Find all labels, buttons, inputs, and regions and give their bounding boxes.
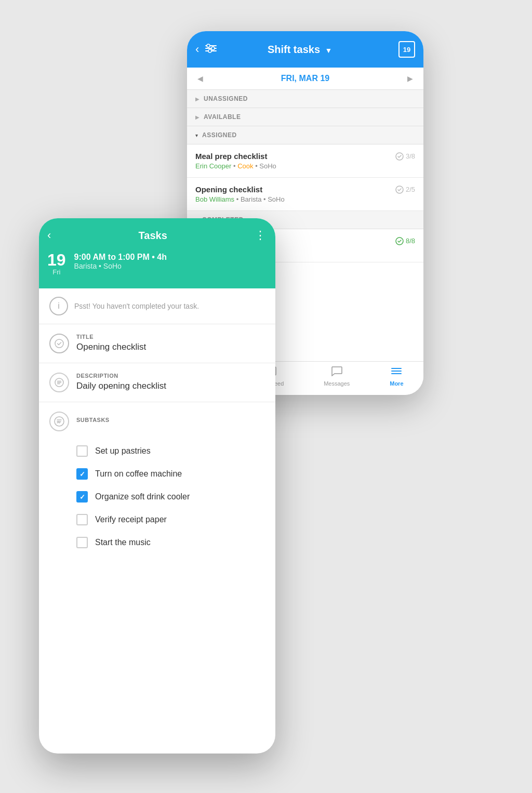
svg-point-21 (55, 339, 63, 348)
subtask-text-3: Organize soft drink cooler (95, 492, 190, 501)
assigned-label: ASSIGNED (202, 131, 237, 139)
available-label: AVAILABLE (204, 113, 241, 121)
subtask-checkbox-5[interactable] (76, 537, 88, 548)
subtask-2[interactable]: Turn on coffee machine (49, 462, 265, 485)
task-check-completed: 8/8 (395, 237, 415, 245)
title-check-icon (49, 334, 69, 353)
tasks-header-top: ‹ Tasks ⋮ (47, 229, 267, 242)
page-title: Shift tasks ▼ (207, 44, 392, 56)
unassigned-section[interactable]: ▶ UNASSIGNED (187, 90, 423, 108)
subtask-checkbox-3[interactable] (76, 491, 88, 503)
current-date: FRI, MAR 19 (281, 74, 329, 83)
shift-details: 9:00 AM to 1:00 PM • 4h Barista • SoHo (74, 252, 167, 270)
description-icon (49, 373, 69, 392)
subtask-5[interactable]: Start the music (49, 531, 265, 554)
subtask-text-2: Turn on coffee machine (95, 469, 182, 479)
nav-label-more: More (390, 380, 403, 387)
shift-time: 9:00 AM to 1:00 PM • 4h (74, 253, 167, 262)
available-section[interactable]: ▶ AVAILABLE (187, 108, 423, 126)
title-label: TITLE (76, 334, 265, 340)
subtask-checkbox-4[interactable] (76, 514, 88, 525)
nav-more[interactable]: More (390, 366, 403, 387)
tasks-header: ‹ Tasks ⋮ 19 Fri 9:00 AM to 1:00 PM • 4h… (39, 218, 275, 288)
subtask-text-1: Set up pastries (95, 446, 151, 456)
tasks-phone: ‹ Tasks ⋮ 19 Fri 9:00 AM to 1:00 PM • 4h… (39, 218, 275, 754)
back-icon[interactable]: ‹ (195, 43, 199, 56)
shift-day-number: 19 (47, 252, 66, 268)
shift-day-label: Fri (52, 268, 60, 276)
shift-date: 19 Fri (47, 252, 66, 276)
prev-date-button[interactable]: ◀ (197, 74, 203, 83)
tasks-back-button[interactable]: ‹ (47, 229, 51, 242)
task-alert: i Psst! You haven't completed your task. (39, 288, 275, 324)
shift-role-location: Barista • SoHo (74, 262, 167, 270)
subtask-checkbox-2[interactable] (76, 468, 88, 480)
messages-icon (331, 366, 342, 379)
description-content: DESCRIPTION Daily opening checklist (76, 373, 265, 391)
description-value: Daily opening checklist (76, 381, 265, 391)
subtask-checkbox-1[interactable] (76, 445, 88, 457)
description-field: DESCRIPTION Daily opening checklist (39, 363, 275, 402)
section-chevron-unassigned: ▶ (195, 96, 200, 102)
subtasks-section: SUBTASKS Set up pastries Turn on coffee … (39, 402, 275, 563)
task-meta-opening: Bob Williams • Barista • SoHo (195, 195, 415, 203)
tasks-more-button[interactable]: ⋮ (255, 229, 267, 242)
task-meal-prep[interactable]: Meal prep checklist 3/8 Erin Cooper • Co… (187, 144, 423, 178)
description-label: DESCRIPTION (76, 373, 265, 379)
subtask-3[interactable]: Organize soft drink cooler (49, 485, 265, 508)
nav-label-messages: Messages (324, 380, 350, 387)
date-navigator: ◀ FRI, MAR 19 ▶ (187, 68, 423, 90)
task-check-meal-prep: 3/8 (395, 152, 415, 161)
title-value: Opening checklist (76, 342, 265, 352)
task-name-meal-prep: Meal prep checklist (195, 152, 267, 161)
task-check-opening: 2/5 (395, 186, 415, 194)
unassigned-label: UNASSIGNED (204, 95, 248, 102)
subtasks-icon (49, 412, 69, 431)
more-icon (391, 366, 402, 379)
info-icon: i (49, 297, 68, 315)
subtask-1[interactable]: Set up pastries (49, 440, 265, 462)
subtask-text-4: Verify receipt paper (95, 515, 167, 524)
calendar-icon[interactable]: 19 (398, 41, 415, 58)
title-field: TITLE Opening checklist (39, 324, 275, 363)
shift-info: 19 Fri 9:00 AM to 1:00 PM • 4h Barista •… (47, 252, 267, 276)
next-date-button[interactable]: ▶ (407, 74, 413, 83)
subtasks-label: SUBTASKS (76, 412, 110, 423)
subtask-text-5: Start the music (95, 538, 151, 547)
title-content: TITLE Opening checklist (76, 334, 265, 352)
assigned-section[interactable]: ▾ ASSIGNED (187, 126, 423, 144)
task-opening-checklist[interactable]: Opening checklist 2/5 Bob Williams • Bar… (187, 178, 423, 211)
task-meta-meal-prep: Erin Cooper • Cook • SoHo (195, 162, 415, 170)
subtask-4[interactable]: Verify receipt paper (49, 508, 265, 531)
section-chevron-assigned: ▾ (195, 133, 198, 138)
shift-tasks-header: ‹ Shift tasks ▼ 19 (187, 31, 423, 68)
nav-messages[interactable]: Messages (324, 366, 350, 387)
section-chevron-available: ▶ (195, 114, 200, 120)
subtasks-header: SUBTASKS (49, 412, 265, 431)
alert-message: Psst! You haven't completed your task. (74, 302, 199, 310)
tasks-title: Tasks (139, 230, 167, 242)
task-name-opening: Opening checklist (195, 185, 262, 194)
